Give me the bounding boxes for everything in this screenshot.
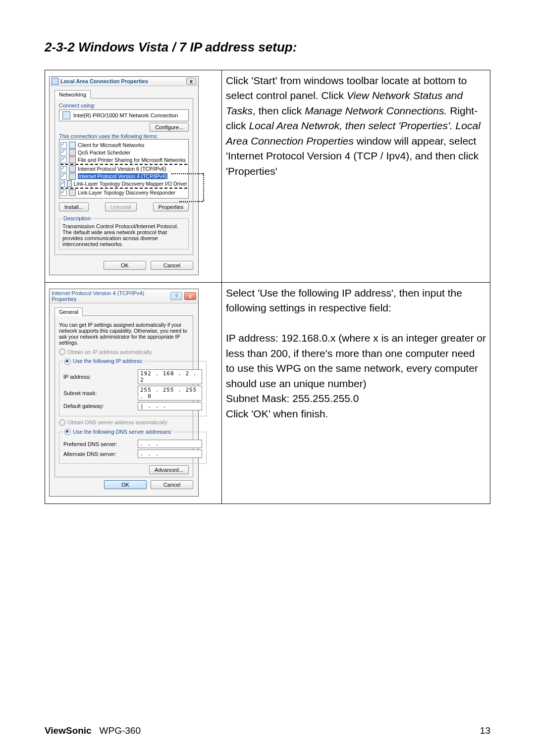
adapter-name: Intel(R) PRO/1000 MT Network Connection — [73, 112, 178, 118]
fps-icon — [69, 156, 76, 163]
radio-icon — [59, 419, 65, 426]
tab-general[interactable]: General — [54, 307, 83, 316]
row1-instructions: Click 'Start' from windows toolbar locat… — [226, 73, 486, 179]
uses-items-label: This connection uses the following items… — [59, 133, 189, 139]
checkbox-icon[interactable] — [60, 142, 67, 149]
default-gateway-label: Default gateway: — [63, 403, 138, 409]
ip-settings-note: You can get IP settings assigned automat… — [59, 322, 189, 346]
preferred-dns-input[interactable]: . . . — [138, 440, 202, 448]
radio-obtain-ip[interactable]: Obtain an IP address automatically — [59, 349, 189, 355]
install-button[interactable]: Install... — [59, 202, 89, 211]
close-button[interactable]: x — [184, 292, 196, 300]
dialog1-title: Local Area Connection Properties — [60, 78, 148, 84]
description-group: Description Transmission Control Protoco… — [59, 215, 189, 250]
client-icon — [69, 142, 76, 149]
connect-using-label: Connect using: — [59, 102, 189, 108]
footer-brand: ViewSonic — [45, 725, 92, 736]
ipv4-icon — [69, 173, 76, 180]
radio-use-ip[interactable]: Use the following IP address: — [63, 358, 144, 365]
checkbox-icon[interactable] — [60, 150, 67, 156]
cancel-button[interactable]: Cancel — [151, 261, 193, 270]
ip-address-input[interactable]: 192 . 168 . 2 . 2 — [138, 369, 202, 384]
tab-networking[interactable]: Networking — [54, 90, 91, 99]
list-item[interactable]: QoS Packet Scheduler — [60, 149, 187, 156]
static-ip-group: Use the following IP address: IP address… — [59, 358, 207, 416]
nic-icon — [62, 111, 70, 119]
checkbox-icon[interactable] — [60, 166, 67, 172]
checkbox-icon[interactable] — [60, 181, 65, 187]
ipv6-icon — [69, 165, 76, 172]
window-icon — [52, 78, 58, 85]
radio-icon[interactable] — [64, 429, 71, 435]
list-item-selected[interactable]: Internet Protocol Version 4 (TCP/IPv4) — [60, 173, 187, 180]
alternate-dns-label: Alternate DNS server: — [63, 451, 138, 457]
annotation-line — [203, 173, 204, 201]
page-footer: ViewSonic WPG-360 13 — [45, 725, 490, 736]
uninstall-button: Uninstall — [105, 202, 137, 211]
annotation-line — [179, 201, 203, 202]
advanced-button[interactable]: Advanced... — [149, 465, 189, 474]
annotation-line — [171, 173, 203, 174]
default-gateway-input[interactable]: | . . . — [138, 402, 202, 410]
footer-model: WPG-360 — [100, 725, 141, 736]
network-items-list[interactable]: Client for Microsoft Networks QoS Packet… — [59, 139, 189, 199]
list-item[interactable]: Client for Microsoft Networks — [60, 142, 187, 149]
radio-use-dns[interactable]: Use the following DNS server addresses: — [63, 429, 173, 436]
properties-button[interactable]: Properties — [153, 202, 189, 211]
lltd-mapper-icon — [67, 180, 72, 187]
dialog2-titlebar: Internet Protocol Version 4 (TCP/IPv4) P… — [50, 289, 198, 303]
section-heading: 2-3-2 Windows Vista / 7 IP address setup… — [45, 40, 490, 55]
radio-icon[interactable] — [64, 358, 71, 365]
radio-icon[interactable] — [59, 349, 65, 355]
subnet-mask-input[interactable]: 255 . 255 . 255 . 0 — [138, 386, 202, 401]
list-item[interactable]: File and Printer Sharing for Microsoft N… — [60, 156, 187, 163]
ok-button[interactable]: OK — [104, 261, 146, 270]
list-item[interactable]: Internet Protocol Version 6 (TCP/IPv6) — [60, 164, 187, 172]
cancel-button[interactable]: Cancel — [151, 480, 193, 489]
alternate-dns-input[interactable]: . . . — [138, 450, 202, 458]
list-item[interactable]: Link-Layer Topology Discovery Responder — [60, 189, 187, 196]
ip-address-label: IP address: — [63, 374, 138, 380]
close-button[interactable]: x — [186, 78, 196, 85]
tcpip-properties-dialog: Internet Protocol Version 4 (TCP/IPv4) P… — [49, 289, 199, 497]
ok-button[interactable]: OK — [104, 480, 147, 489]
checkbox-icon[interactable] — [60, 173, 67, 180]
description-legend: Description — [62, 215, 92, 221]
lan-properties-dialog: Local Area Connection Properties x Netwo… — [49, 76, 199, 275]
qos-icon — [69, 149, 76, 156]
page-number: 13 — [480, 725, 490, 736]
configure-button[interactable]: Configure... — [150, 123, 189, 132]
lltd-responder-icon — [69, 189, 76, 196]
dialog1-titlebar: Local Area Connection Properties x — [50, 77, 198, 86]
dialog2-title: Internet Protocol Version 4 (TCP/IPv4) P… — [52, 290, 170, 302]
checkbox-icon[interactable] — [60, 157, 67, 163]
preferred-dns-label: Preferred DNS server: — [63, 441, 138, 447]
row2-instructions: Select 'Use the following IP address', t… — [226, 286, 486, 421]
radio-obtain-dns: Obtain DNS server address automatically — [59, 419, 189, 426]
static-dns-group: Use the following DNS server addresses: … — [59, 429, 207, 464]
list-item[interactable]: Link-Layer Topology Discovery Mapper I/O… — [60, 180, 187, 189]
checkbox-icon[interactable] — [60, 190, 67, 196]
description-text: Transmission Control Protocol/Internet P… — [62, 223, 185, 247]
help-button[interactable]: ? — [170, 292, 182, 300]
adapter-field: Intel(R) PRO/1000 MT Network Connection — [59, 109, 189, 121]
instruction-table: Local Area Connection Properties x Netwo… — [45, 70, 490, 504]
subnet-mask-label: Subnet mask: — [63, 390, 138, 396]
